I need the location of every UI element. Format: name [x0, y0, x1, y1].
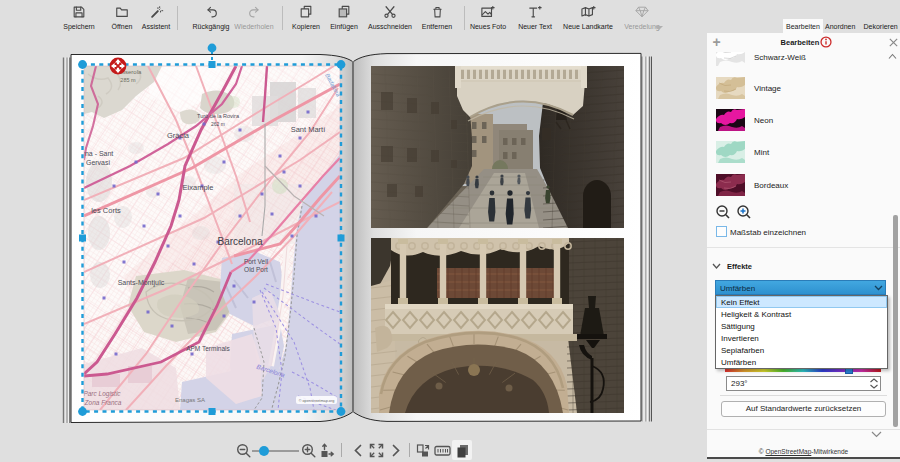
svg-text:Turó de la Rovira: Turó de la Rovira — [197, 113, 240, 119]
svg-text:Sant Martí: Sant Martí — [291, 125, 327, 134]
svg-text:Eixample: Eixample — [183, 183, 214, 192]
svg-text:Enagas SA: Enagas SA — [175, 397, 205, 403]
svg-text:Old Port: Old Port — [244, 266, 268, 273]
svg-text:Parc Logistic: Parc Logistic — [83, 390, 121, 398]
svg-text:285 m: 285 m — [120, 77, 136, 83]
svg-text:les Corts: les Corts — [91, 206, 121, 215]
svg-text:Sants-Montjuïc: Sants-Montjuïc — [118, 279, 165, 287]
svg-text:Gervasi: Gervasi — [86, 159, 111, 166]
svg-text:Zona Franca: Zona Franca — [84, 399, 122, 406]
svg-text:APM Terminals: APM Terminals — [186, 345, 230, 352]
svg-text:Gràcia: Gràcia — [167, 131, 190, 140]
svg-text:Barcelona: Barcelona — [217, 236, 262, 247]
svg-text:Port Vell: Port Vell — [244, 258, 269, 265]
svg-text:© openstreetmap.org: © openstreetmap.org — [299, 399, 335, 403]
svg-text:262 m: 262 m — [211, 121, 225, 127]
